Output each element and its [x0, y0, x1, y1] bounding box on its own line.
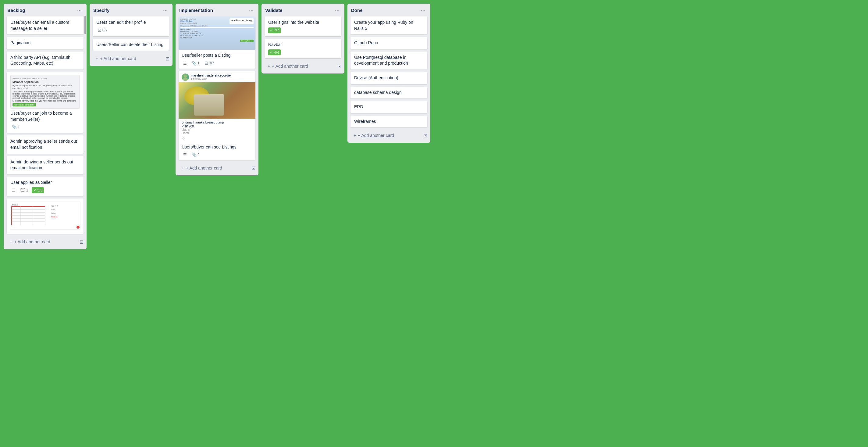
card-b2[interactable]: Pagination — [7, 37, 84, 49]
card-d7[interactable]: Wireframes — [350, 116, 427, 128]
sketch-image: TABLE App = f1 User Seller Product — [7, 199, 84, 234]
card-i2-meta: ☰ 📎 2 — [182, 152, 252, 158]
card-b1[interactable]: User/buyer can email a custom message to… — [7, 17, 84, 34]
checklist-icon-s1: ☑ — [98, 28, 101, 33]
card-v1[interactable]: User signs into the website ✓ 7/7 — [265, 17, 341, 36]
card-d7-title: Wireframes — [354, 119, 376, 124]
card-i1[interactable]: MEMBER STATUS Blue Ribbon Equine 12-Jan-… — [179, 17, 255, 69]
card-s2-title: Users/Seller can delete their Listing — [96, 42, 163, 47]
add-icon-validate: + — [268, 64, 270, 69]
card-b5-title: Admin approving a seller sends out email… — [10, 139, 77, 150]
column-done: Done ··· Create your app using Ruby on R… — [347, 4, 430, 143]
validate-footer: + + Add another card ⊡ — [265, 62, 341, 70]
lines-icon: ☰ — [12, 188, 16, 192]
card-d6[interactable]: ERD — [350, 101, 427, 113]
card-i1-title: User/seller posts a Listing — [182, 53, 230, 58]
card-i1-meta: ☰ 📎 1 ☑ 3/7 — [182, 60, 252, 66]
card-b8[interactable]: TABLE App = f1 User Seller Product — [7, 199, 84, 234]
card-i2-user-header: maryheartlyn.terencecordie 1 minute ago — [179, 71, 255, 82]
add-card-validate[interactable]: + + Add another card — [265, 62, 337, 70]
card-b4-title: User/buyer can join to become a member(S… — [10, 111, 72, 122]
card-b4-attachment: 📎 1 — [10, 124, 21, 130]
archive-icon-implementation[interactable]: ⊡ — [251, 165, 255, 171]
implementation-cards: MEMBER STATUS Blue Ribbon Equine 12-Jan-… — [179, 17, 255, 160]
card-b1-title: User/buyer can email a custom message to… — [10, 20, 69, 31]
archive-icon-done[interactable]: ⊡ — [423, 132, 427, 139]
product-shipping: plus sf — [182, 128, 252, 131]
card-b4[interactable]: Home > Member Section > Join Member Appl… — [7, 72, 84, 133]
column-header-implementation: Implementation ··· — [179, 7, 255, 13]
column-title-implementation: Implementation — [179, 8, 213, 13]
like-icon[interactable]: ♡ — [182, 136, 252, 141]
card-b5[interactable]: Admin approving a seller sends out email… — [7, 136, 84, 153]
card-i1-attachment: 📎 1 — [190, 60, 201, 66]
add-card-specify[interactable]: + + Add another card — [93, 54, 165, 63]
card-i2-title: Users/buyer can see Listings — [182, 145, 237, 149]
card-v2-title: Navbar — [268, 42, 282, 47]
column-menu-button-done[interactable]: ··· — [420, 7, 427, 13]
column-menu-button-implementation[interactable]: ··· — [248, 7, 255, 13]
lines-icon-i1: ☰ — [183, 61, 187, 65]
card-d1[interactable]: Create your app using Ruby on Rails 5 — [350, 17, 427, 34]
card-d4-title: Devise (Authentication) — [354, 75, 398, 80]
add-card-implementation[interactable]: + + Add another card — [179, 164, 251, 172]
card-d3[interactable]: Use Postgresql database in development a… — [350, 52, 427, 69]
card-b2-title: Pagination — [10, 40, 30, 45]
card-s1[interactable]: Users can edit their profile ☑ 0/7 — [93, 17, 169, 36]
column-specify: Specify ··· Users can edit their profile… — [90, 4, 173, 66]
backlog-footer: + + Add another card ⊡ — [7, 238, 84, 246]
user-avatar — [182, 73, 189, 81]
card-v1-meta: ✓ 7/7 — [268, 27, 338, 33]
card-i1-lines: ☰ — [182, 60, 188, 66]
scrollbar[interactable] — [85, 16, 86, 34]
validate-cards: User signs into the website ✓ 7/7 Navbar… — [265, 17, 341, 58]
column-menu-button-validate[interactable]: ··· — [334, 7, 341, 13]
attachment-icon-i1: 📎 — [192, 61, 196, 65]
svg-point-16 — [76, 226, 80, 229]
card-b7[interactable]: User applies as Seller ☰ 💬 1 ✓ 5/5 — [7, 177, 84, 196]
add-icon-done: + — [353, 133, 356, 138]
card-d1-title: Create your app using Ruby on Rails 5 — [354, 20, 413, 31]
column-title-validate: Validate — [265, 8, 282, 13]
lines-icon-i2: ☰ — [183, 152, 187, 157]
card-d5[interactable]: database schema design — [350, 87, 427, 99]
card-d2[interactable]: Github Repo — [350, 37, 427, 49]
backlog-cards: User/buyer can email a custom message to… — [7, 17, 84, 234]
add-icon-implementation: + — [182, 166, 184, 171]
column-title-backlog: Backlog — [7, 8, 25, 13]
checklist-icon-i1: ☑ — [205, 61, 208, 65]
column-implementation: Implementation ··· MEMBER STATUS Blue Ri… — [176, 4, 258, 175]
attachment-icon: 📎 — [12, 125, 17, 129]
card-d4[interactable]: Devise (Authentication) — [350, 72, 427, 84]
add-card-done[interactable]: + + Add another card — [350, 131, 423, 140]
card-v2-checklist: ✓ 4/4 — [268, 50, 281, 55]
kanban-board: Backlog ··· User/buyer can email a custo… — [4, 4, 864, 249]
card-b6[interactable]: Admin denying a seller sends out email n… — [7, 156, 84, 174]
archive-icon-validate[interactable]: ⊡ — [337, 63, 341, 69]
card-d3-title: Use Postgresql database in development a… — [354, 55, 408, 66]
sketch-svg: TABLE App = f1 User Seller Product — [8, 200, 82, 231]
card-b3-title: A third party API (e.g. Omniauth, Geocod… — [10, 55, 72, 66]
card-i2-attachment: 📎 2 — [190, 152, 201, 158]
card-s2[interactable]: Users/Seller can delete their Listing — [93, 39, 169, 51]
done-footer: + + Add another card ⊡ — [350, 131, 427, 140]
add-card-backlog[interactable]: + + Add another card — [7, 238, 80, 246]
column-validate: Validate ··· User signs into the website… — [261, 4, 344, 73]
card-v2[interactable]: Navbar ✓ 4/4 — [265, 39, 341, 59]
archive-icon-backlog[interactable]: ⊡ — [80, 239, 84, 245]
checklist-done-icon-v1: ✓ — [270, 28, 273, 33]
card-d6-title: ERD — [354, 104, 363, 109]
product-image — [179, 82, 255, 119]
implementation-footer: + + Add another card ⊡ — [179, 164, 255, 172]
card-s1-title: Users can edit their profile — [96, 20, 146, 25]
column-menu-button-backlog[interactable]: ··· — [76, 7, 83, 13]
card-b7-meta: ☰ 💬 1 ✓ 5/5 — [10, 187, 80, 193]
username: maryheartlyn.terencecordie — [191, 74, 231, 77]
column-header-specify: Specify ··· — [93, 7, 169, 13]
card-b7-title: User applies as Seller — [10, 180, 52, 185]
column-menu-button-specify[interactable]: ··· — [162, 7, 169, 13]
card-v2-meta: ✓ 4/4 — [268, 50, 338, 55]
archive-icon-specify[interactable]: ⊡ — [165, 56, 169, 62]
card-b3[interactable]: A third party API (e.g. Omniauth, Geocod… — [7, 52, 84, 69]
card-i2[interactable]: maryheartlyn.terencecordie 1 minute ago … — [179, 71, 255, 160]
